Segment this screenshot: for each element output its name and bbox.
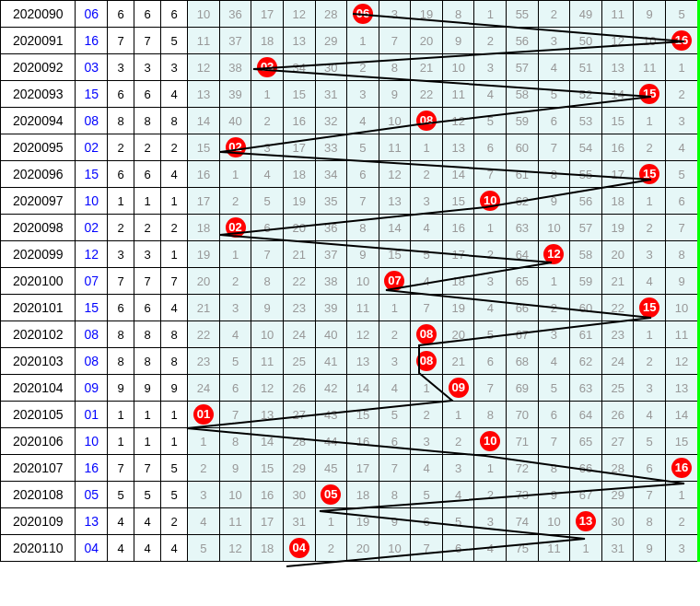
grid-cell: 11 xyxy=(601,1,634,28)
digit-cell: 6 xyxy=(108,1,134,28)
grid-cell: 39 xyxy=(315,295,347,321)
grid-cell: 14 xyxy=(188,108,220,134)
grid-cell: 2 xyxy=(666,81,699,108)
value-cell: 12 xyxy=(76,241,108,268)
grid-cell: 18 xyxy=(601,188,634,215)
digit-cell: 2 xyxy=(161,134,188,161)
grid-cell: 70 xyxy=(507,402,539,428)
grid-cell: 62 xyxy=(507,188,539,215)
grid-cell: 10 xyxy=(634,28,666,54)
grid-cell: 60 xyxy=(570,295,602,321)
grid-cell: 13 xyxy=(251,402,284,428)
grid-cell: 15 xyxy=(601,108,634,134)
grid-cell: 4 xyxy=(474,295,507,321)
grid-cell: 4 xyxy=(474,81,507,108)
grid-cell: 16 xyxy=(188,161,220,188)
grid-cell: 2 xyxy=(188,455,220,482)
grid-cell: 4 xyxy=(634,402,666,428)
digit-cell: 1 xyxy=(134,188,161,215)
grid-cell: 01 xyxy=(188,402,220,428)
value-cell: 15 xyxy=(76,295,108,321)
grid-cell: 4 xyxy=(666,134,699,161)
table-row: 20201011566421392339111719466260221510 xyxy=(1,295,699,321)
grid-cell: 18 xyxy=(283,161,315,188)
grid-cell: 27 xyxy=(283,402,315,428)
grid-cell: 27 xyxy=(601,428,634,455)
digit-cell: 3 xyxy=(108,54,134,81)
grid-cell: 8 xyxy=(538,161,570,188)
grid-cell: 9 xyxy=(634,1,666,28)
grid-cell: 20 xyxy=(411,28,443,54)
issue-cell: 2020107 xyxy=(1,455,76,482)
grid-cell: 5 xyxy=(538,81,570,108)
issue-cell: 2020110 xyxy=(1,535,76,562)
grid-cell: 5 xyxy=(666,161,699,188)
digit-cell: 4 xyxy=(108,535,134,562)
grid-cell: 3 xyxy=(666,108,699,134)
grid-cell: 12 xyxy=(538,241,570,268)
hit-ball: 01 xyxy=(193,404,214,425)
grid-cell: 2 xyxy=(474,482,507,508)
grid-cell: 7 xyxy=(474,375,507,402)
grid-cell: 28 xyxy=(283,428,315,455)
grid-cell: 1 xyxy=(474,215,507,241)
grid-cell: 07 xyxy=(379,268,411,295)
grid-cell: 31 xyxy=(315,81,347,108)
grid-cell: 32 xyxy=(315,108,347,134)
grid-cell: 3 xyxy=(474,54,507,81)
grid-cell: 08 xyxy=(411,348,443,375)
grid-cell: 63 xyxy=(570,375,602,402)
grid-cell: 7 xyxy=(474,161,507,188)
grid-cell: 7 xyxy=(379,455,411,482)
grid-cell: 39 xyxy=(219,81,251,108)
grid-cell: 26 xyxy=(601,402,634,428)
grid-cell: 4 xyxy=(219,321,251,348)
table-row: 2020095022221502317335111136607541624 xyxy=(1,134,699,161)
grid-cell: 1 xyxy=(411,375,443,402)
value-cell: 13 xyxy=(76,508,108,535)
grid-cell: 5 xyxy=(538,375,570,402)
grid-cell: 21 xyxy=(411,54,443,81)
digit-cell: 9 xyxy=(108,375,134,402)
digit-cell: 6 xyxy=(161,1,188,28)
value-cell: 16 xyxy=(76,455,108,482)
grid-cell: 02 xyxy=(219,215,251,241)
grid-cell: 15 xyxy=(379,241,411,268)
grid-cell: 6 xyxy=(666,188,699,215)
grid-cell: 56 xyxy=(570,188,602,215)
grid-cell: 20 xyxy=(601,241,634,268)
grid-cell: 73 xyxy=(507,482,539,508)
digit-cell: 9 xyxy=(134,375,161,402)
grid-cell: 15 xyxy=(666,428,699,455)
grid-cell: 75 xyxy=(507,535,539,562)
grid-cell: 14 xyxy=(601,81,634,108)
grid-cell: 5 xyxy=(634,428,666,455)
grid-cell: 30 xyxy=(315,54,347,81)
value-cell: 16 xyxy=(76,28,108,54)
grid-cell: 1 xyxy=(188,428,220,455)
digit-cell: 1 xyxy=(161,428,188,455)
grid-cell: 7 xyxy=(379,28,411,54)
grid-cell: 3 xyxy=(442,455,474,482)
value-cell: 01 xyxy=(76,402,108,428)
grid-cell: 69 xyxy=(507,375,539,402)
grid-cell: 12 xyxy=(219,535,251,562)
grid-cell: 61 xyxy=(507,161,539,188)
table-row: 2020099123311917213791551726412582038 xyxy=(1,241,699,268)
digit-cell: 6 xyxy=(134,1,161,28)
grid-cell: 65 xyxy=(507,268,539,295)
grid-cell: 57 xyxy=(570,215,602,241)
grid-cell: 72 xyxy=(507,455,539,482)
trend-chart: 2020090066661036171228063198155249119520… xyxy=(0,0,700,606)
grid-cell: 55 xyxy=(507,1,539,28)
grid-cell: 4 xyxy=(379,375,411,402)
grid-cell: 15 xyxy=(634,295,666,321)
digit-cell: 4 xyxy=(161,161,188,188)
grid-cell: 4 xyxy=(634,268,666,295)
grid-cell: 3 xyxy=(379,348,411,375)
issue-cell: 2020101 xyxy=(1,295,76,321)
grid-cell: 5 xyxy=(219,348,251,375)
hit-ball: 10 xyxy=(480,191,500,211)
grid-cell: 6 xyxy=(379,428,411,455)
issue-cell: 2020093 xyxy=(1,81,76,108)
